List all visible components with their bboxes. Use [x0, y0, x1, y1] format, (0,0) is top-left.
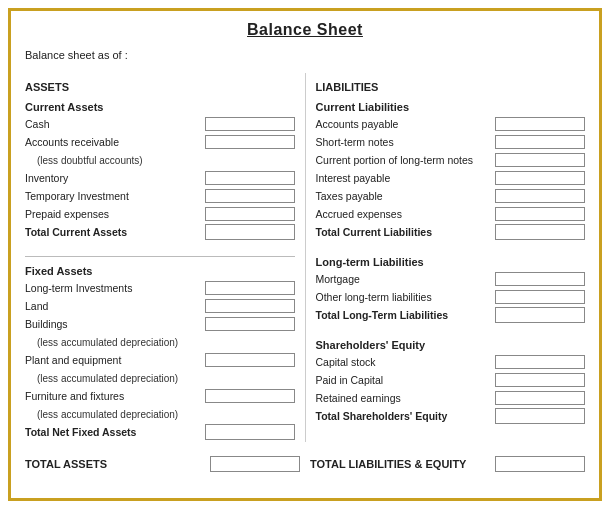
total-assets-input[interactable]	[210, 456, 300, 472]
total-longterm-label: Total Long-Term Liabilities	[316, 309, 496, 321]
list-item: Buildings	[25, 316, 295, 332]
accounts-payable-label: Accounts payable	[316, 118, 496, 130]
total-current-assets-row: Total Current Assets	[25, 224, 295, 240]
total-net-fixed-assets-input[interactable]	[205, 424, 295, 440]
list-item: (less accumulated depreciation)	[25, 334, 295, 350]
prepaid-expenses-input[interactable]	[205, 207, 295, 221]
equity-header: Shareholders' Equity	[316, 339, 586, 351]
list-item: Long-term Investments	[25, 280, 295, 296]
paid-in-capital-label: Paid in Capital	[316, 374, 496, 386]
temp-investment-label: Temporary Investment	[25, 190, 205, 202]
accounts-receivable-input[interactable]	[205, 135, 295, 149]
capital-stock-label: Capital stock	[316, 356, 496, 368]
current-portion-label: Current portion of long-term notes	[316, 154, 496, 166]
retained-earnings-label: Retained earnings	[316, 392, 496, 404]
accrued-expenses-label: Accrued expenses	[316, 208, 496, 220]
list-item: Accrued expenses	[316, 206, 586, 222]
total-net-fixed-assets-label: Total Net Fixed Assets	[25, 426, 205, 438]
paid-in-capital-input[interactable]	[495, 373, 585, 387]
accrued-expenses-input[interactable]	[495, 207, 585, 221]
list-item: Other long-term liabilities	[316, 289, 586, 305]
cash-label: Cash	[25, 118, 205, 130]
current-liabilities-header: Current Liabilities	[316, 101, 586, 113]
interest-payable-input[interactable]	[495, 171, 585, 185]
less-doubtful-label: (less doubtful accounts)	[25, 155, 205, 166]
total-current-assets-label: Total Current Assets	[25, 226, 205, 238]
page-title: Balance Sheet	[25, 21, 585, 39]
mortgage-label: Mortgage	[316, 273, 496, 285]
list-item: Plant and equipment	[25, 352, 295, 368]
total-current-liabilities-row: Total Current Liabilities	[316, 224, 586, 240]
plant-equipment-input[interactable]	[205, 353, 295, 367]
list-item: Paid in Capital	[316, 372, 586, 388]
buildings-label: Buildings	[25, 318, 205, 330]
list-item: Accounts payable	[316, 116, 586, 132]
list-item: Taxes payable	[316, 188, 586, 204]
assets-column: ASSETS Current Assets Cash Accounts rece…	[25, 73, 305, 442]
total-equity-input[interactable]	[495, 408, 585, 424]
interest-payable-label: Interest payable	[316, 172, 496, 184]
longterm-liabilities-header: Long-term Liabilities	[316, 256, 586, 268]
list-item: Temporary Investment	[25, 188, 295, 204]
longterm-investments-label: Long-term Investments	[25, 282, 205, 294]
total-current-liabilities-label: Total Current Liabilities	[316, 226, 496, 238]
other-longterm-input[interactable]	[495, 290, 585, 304]
total-current-assets-input[interactable]	[205, 224, 295, 240]
total-net-fixed-assets-row: Total Net Fixed Assets	[25, 424, 295, 440]
less-accum-dep2-label: (less accumulated depreciation)	[25, 373, 205, 384]
taxes-payable-label: Taxes payable	[316, 190, 496, 202]
accounts-payable-input[interactable]	[495, 117, 585, 131]
other-longterm-label: Other long-term liabilities	[316, 291, 496, 303]
list-item: (less accumulated depreciation)	[25, 406, 295, 422]
buildings-input[interactable]	[205, 317, 295, 331]
list-item: (less accumulated depreciation)	[25, 370, 295, 386]
list-item: Current portion of long-term notes	[316, 152, 586, 168]
total-assets-label: TOTAL ASSETS	[25, 458, 107, 470]
fixed-assets-header: Fixed Assets	[25, 265, 295, 277]
list-item: Land	[25, 298, 295, 314]
list-item: Cash	[25, 116, 295, 132]
list-item: Inventory	[25, 170, 295, 186]
total-liab-equity-section: TOTAL LIABILITIES & EQUITY	[300, 456, 585, 474]
as-of-label: Balance sheet as of :	[25, 49, 585, 61]
total-current-liabilities-input[interactable]	[495, 224, 585, 240]
land-input[interactable]	[205, 299, 295, 313]
total-liab-equity-input[interactable]	[495, 456, 585, 472]
inventory-input[interactable]	[205, 171, 295, 185]
list-item: Prepaid expenses	[25, 206, 295, 222]
list-item: Mortgage	[316, 271, 586, 287]
short-term-notes-input[interactable]	[495, 135, 585, 149]
total-assets-row: TOTAL ASSETS	[25, 456, 300, 472]
current-portion-input[interactable]	[495, 153, 585, 167]
liabilities-column: LIABILITIES Current Liabilities Accounts…	[305, 73, 586, 442]
capital-stock-input[interactable]	[495, 355, 585, 369]
totals-row: TOTAL ASSETS TOTAL LIABILITIES & EQUITY	[25, 456, 585, 474]
prepaid-expenses-label: Prepaid expenses	[25, 208, 205, 220]
list-item: Capital stock	[316, 354, 586, 370]
total-longterm-input[interactable]	[495, 307, 585, 323]
list-item: (less doubtful accounts)	[25, 152, 295, 168]
cash-input[interactable]	[205, 117, 295, 131]
list-item: Interest payable	[316, 170, 586, 186]
total-liab-equity-label: TOTAL LIABILITIES & EQUITY	[310, 458, 466, 470]
list-item: Accounts receivable	[25, 134, 295, 150]
inventory-label: Inventory	[25, 172, 205, 184]
list-item: Furniture and fixtures	[25, 388, 295, 404]
current-assets-header: Current Assets	[25, 101, 295, 113]
temp-investment-input[interactable]	[205, 189, 295, 203]
total-equity-row: Total Shareholders' Equity	[316, 408, 586, 424]
list-item: Short-term notes	[316, 134, 586, 150]
less-accum-dep3-label: (less accumulated depreciation)	[25, 409, 205, 420]
land-label: Land	[25, 300, 205, 312]
mortgage-input[interactable]	[495, 272, 585, 286]
main-content: ASSETS Current Assets Cash Accounts rece…	[25, 73, 585, 442]
balance-sheet-container: Balance Sheet Balance sheet as of : ASSE…	[8, 8, 602, 501]
furniture-fixtures-input[interactable]	[205, 389, 295, 403]
taxes-payable-input[interactable]	[495, 189, 585, 203]
total-equity-label: Total Shareholders' Equity	[316, 410, 496, 422]
plant-equipment-label: Plant and equipment	[25, 354, 205, 366]
longterm-investments-input[interactable]	[205, 281, 295, 295]
retained-earnings-input[interactable]	[495, 391, 585, 405]
list-item: Retained earnings	[316, 390, 586, 406]
accounts-receivable-label: Accounts receivable	[25, 136, 205, 148]
